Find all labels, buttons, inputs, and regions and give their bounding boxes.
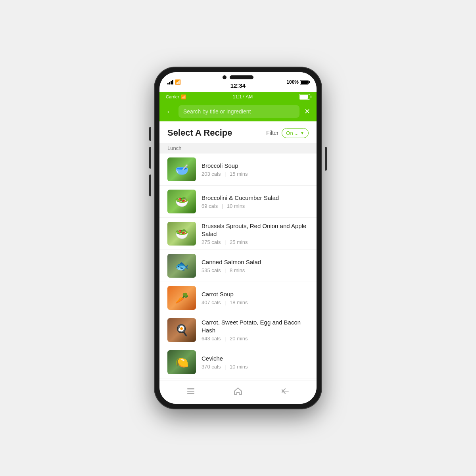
chevron-down-icon: ▼ — [300, 131, 304, 135]
home-nav-button[interactable] — [228, 384, 248, 400]
recipe-time: 8 mins — [230, 267, 245, 273]
back-icon — [280, 386, 290, 398]
food-image: 🐟 — [167, 254, 196, 278]
recipe-name: Broccoli Soup — [202, 162, 309, 170]
carrier-battery — [299, 94, 310, 100]
menu-nav-button[interactable] — [181, 384, 201, 400]
battery-pct-label: 100% — [286, 79, 299, 85]
carrier-battery-fill — [300, 95, 308, 99]
carrier-info: Carrier 📶 — [166, 94, 186, 100]
home-icon — [233, 386, 243, 398]
svg-rect-0 — [187, 388, 194, 390]
search-bar: ← Search by title or ingredient ✕ — [159, 102, 317, 121]
filter-value: On ... — [286, 130, 299, 136]
recipe-name: Carrot, Sweet Potato, Egg and Bacon Hash — [202, 319, 309, 334]
carrier-time: 11:17 AM — [232, 94, 253, 100]
recipe-time: 20 mins — [230, 336, 248, 342]
svg-rect-2 — [187, 393, 194, 394]
recipe-thumbnail: 🍳 — [167, 318, 196, 342]
volume-up-button[interactable] — [149, 147, 151, 169]
recipe-thumbnail: 🥗 — [167, 190, 196, 213]
food-image: 🥗 — [167, 190, 196, 213]
menu-icon — [186, 386, 196, 398]
close-icon[interactable]: ✕ — [304, 107, 310, 116]
page-title: Select A Recipe — [167, 128, 232, 138]
food-image: 🍳 — [167, 318, 196, 342]
recipe-list: 🥣 Broccoli Soup 203 cals | 15 mins 🥗 Bro… — [159, 154, 317, 380]
recipe-calories: 370 cals — [202, 364, 221, 370]
carrier-bar: Carrier 📶 11:17 AM — [159, 92, 317, 102]
signal-bar-1 — [167, 83, 169, 84]
recipe-meta: 407 cals | 18 mins — [202, 299, 309, 305]
carrier-wifi-icon: 📶 — [181, 94, 186, 100]
meta-separator: | — [225, 364, 226, 370]
back-nav-button[interactable] — [275, 384, 295, 400]
recipe-calories: 535 cals — [202, 267, 221, 273]
recipe-info: Ceviche 370 cals | 10 mins — [202, 355, 309, 370]
mute-button[interactable] — [149, 127, 151, 141]
filter-label: Filter — [266, 130, 278, 136]
recipe-time: 10 mins — [230, 364, 248, 370]
recipe-time: 15 mins — [230, 171, 248, 177]
recipe-meta: 370 cals | 10 mins — [202, 364, 309, 370]
recipe-name: Carrot Soup — [202, 290, 309, 298]
meta-separator: | — [225, 267, 226, 273]
recipe-meta: 535 cals | 8 mins — [202, 267, 309, 273]
recipe-item[interactable]: 🍳 Carrot, Sweet Potato, Egg and Bacon Ha… — [159, 314, 317, 346]
recipe-item[interactable]: 🐟 Canned Salmon Salad 535 cals | 8 mins — [159, 250, 317, 282]
recipe-info: Carrot Soup 407 cals | 18 mins — [202, 290, 309, 306]
meta-separator: | — [222, 203, 223, 209]
recipe-thumbnail: 🥣 — [167, 157, 196, 181]
filter-button[interactable]: On ... ▼ — [282, 128, 309, 138]
signal-bar-3 — [171, 81, 172, 84]
phone-screen: 📶 12:34 100% Carrier 📶 11:17 AM — [159, 72, 317, 404]
recipe-calories: 69 cals — [202, 203, 218, 209]
recipe-thumbnail: 🥕 — [167, 286, 196, 310]
battery-icon — [300, 80, 309, 84]
recipe-calories: 643 cals — [202, 336, 221, 342]
power-button[interactable] — [325, 147, 327, 171]
carrier-name: Carrier — [166, 94, 179, 99]
recipe-info: Carrot, Sweet Potato, Egg and Bacon Hash… — [202, 319, 309, 342]
status-bar: 📶 12:34 100% — [159, 72, 317, 92]
back-arrow-icon[interactable]: ← — [166, 107, 174, 116]
recipe-item[interactable]: 🥣 Broccoli Soup 203 cals | 15 mins — [159, 154, 317, 186]
recipe-name: Brussels Sprouts, Red Onion and Apple Sa… — [202, 222, 309, 238]
bottom-navigation — [159, 380, 317, 404]
phone-device: 📶 12:34 100% Carrier 📶 11:17 AM — [155, 67, 321, 409]
signal-bar-4 — [172, 80, 173, 84]
food-image: 🥣 — [167, 157, 196, 181]
food-image: 🍋 — [167, 350, 196, 374]
recipe-thumbnail: 🥗 — [167, 222, 196, 246]
recipe-info: Canned Salmon Salad 535 cals | 8 mins — [202, 258, 309, 274]
recipe-meta: 275 cals | 25 mins — [202, 239, 309, 245]
filter-area: Filter On ... ▼ — [266, 128, 309, 138]
notch-area — [223, 75, 253, 79]
recipe-info: Brussels Sprouts, Red Onion and Apple Sa… — [202, 222, 309, 245]
recipe-item[interactable]: 🥗 Broccolini & Cucumber Salad 69 cals | … — [159, 186, 317, 218]
meta-separator: | — [225, 299, 226, 305]
recipe-info: Broccoli Soup 203 cals | 15 mins — [202, 162, 309, 177]
wifi-icon: 📶 — [175, 79, 181, 85]
recipe-item[interactable]: 🥕 Carrot Soup 407 cals | 18 mins — [159, 282, 317, 314]
recipe-thumbnail: 🐟 — [167, 254, 196, 278]
recipe-item[interactable]: 🥗 Brussels Sprouts, Red Onion and Apple … — [159, 218, 317, 250]
recipe-header: Select A Recipe Filter On ... ▼ — [159, 121, 317, 143]
volume-down-button[interactable] — [149, 175, 151, 196]
clock-display: 12:34 — [230, 82, 246, 89]
meta-separator: | — [225, 336, 226, 342]
recipe-calories: 275 cals — [202, 239, 221, 245]
food-image: 🥕 — [167, 286, 196, 310]
svg-rect-1 — [187, 391, 194, 392]
search-input[interactable]: Search by title or ingredient — [178, 105, 299, 118]
food-image: 🥗 — [167, 222, 196, 246]
recipe-calories: 203 cals — [202, 171, 221, 177]
recipe-info: Broccolini & Cucumber Salad 69 cals | 10… — [202, 194, 309, 209]
signal-area: 📶 — [167, 79, 181, 85]
battery-area: 100% — [286, 79, 309, 85]
meta-separator: | — [225, 239, 226, 245]
recipe-time: 10 mins — [227, 203, 245, 209]
recipe-name: Broccolini & Cucumber Salad — [202, 194, 309, 202]
category-header: Lunch — [159, 143, 317, 154]
recipe-item[interactable]: 🍋 Ceviche 370 cals | 10 mins — [159, 346, 317, 378]
